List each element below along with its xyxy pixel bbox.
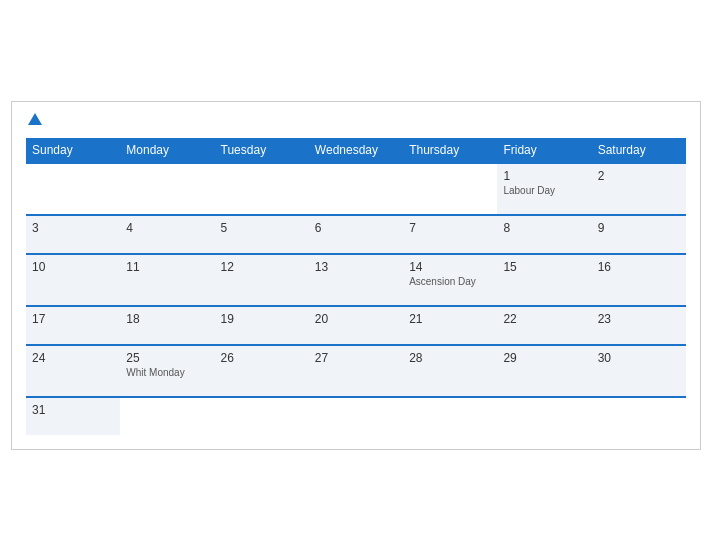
weekday-header: Thursday: [403, 138, 497, 163]
weekday-header: Wednesday: [309, 138, 403, 163]
calendar-cell: 2: [592, 163, 686, 215]
calendar-cell: [120, 163, 214, 215]
cell-day-number: 15: [503, 260, 585, 274]
calendar-cell: 3: [26, 215, 120, 254]
calendar-cell: 11: [120, 254, 214, 306]
calendar-week-row: 31: [26, 397, 686, 435]
cell-day-number: 17: [32, 312, 114, 326]
calendar-cell: 28: [403, 345, 497, 397]
cell-event-label: Labour Day: [503, 185, 585, 196]
calendar-cell: 25Whit Monday: [120, 345, 214, 397]
cell-event-label: Whit Monday: [126, 367, 208, 378]
cell-day-number: 10: [32, 260, 114, 274]
cell-event-label: Ascension Day: [409, 276, 491, 287]
cell-day-number: 9: [598, 221, 680, 235]
cell-day-number: 18: [126, 312, 208, 326]
calendar-cell: 10: [26, 254, 120, 306]
weekday-header: Monday: [120, 138, 214, 163]
calendar-cell: [120, 397, 214, 435]
calendar-cell: 18: [120, 306, 214, 345]
calendar-cell: 7: [403, 215, 497, 254]
logo: [26, 112, 42, 130]
calendar-cell: 16: [592, 254, 686, 306]
cell-day-number: 21: [409, 312, 491, 326]
cell-day-number: 5: [221, 221, 303, 235]
calendar-week-row: 1Labour Day2: [26, 163, 686, 215]
calendar-cell: 21: [403, 306, 497, 345]
cell-day-number: 3: [32, 221, 114, 235]
cell-day-number: 13: [315, 260, 397, 274]
calendar-week-row: 3456789: [26, 215, 686, 254]
calendar-cell: 6: [309, 215, 403, 254]
weekday-header: Tuesday: [215, 138, 309, 163]
cell-day-number: 1: [503, 169, 585, 183]
calendar-cell: 23: [592, 306, 686, 345]
logo-area: [26, 112, 42, 130]
calendar-cell: 20: [309, 306, 403, 345]
logo-triangle-icon: [28, 113, 42, 125]
cell-day-number: 6: [315, 221, 397, 235]
cell-day-number: 16: [598, 260, 680, 274]
calendar-cell: 8: [497, 215, 591, 254]
cell-day-number: 8: [503, 221, 585, 235]
calendar-cell: [403, 163, 497, 215]
calendar-cell: 31: [26, 397, 120, 435]
cell-day-number: 22: [503, 312, 585, 326]
weekday-header: Friday: [497, 138, 591, 163]
weekday-header: Sunday: [26, 138, 120, 163]
calendar-cell: [215, 163, 309, 215]
cell-day-number: 4: [126, 221, 208, 235]
cell-day-number: 30: [598, 351, 680, 365]
calendar-cell: 29: [497, 345, 591, 397]
calendar-cell: 24: [26, 345, 120, 397]
cell-day-number: 23: [598, 312, 680, 326]
cell-day-number: 12: [221, 260, 303, 274]
calendar-cell: 13: [309, 254, 403, 306]
calendar-cell: 14Ascension Day: [403, 254, 497, 306]
cell-day-number: 24: [32, 351, 114, 365]
calendar-grid: SundayMondayTuesdayWednesdayThursdayFrid…: [26, 138, 686, 435]
cell-day-number: 7: [409, 221, 491, 235]
calendar-cell: 30: [592, 345, 686, 397]
cell-day-number: 28: [409, 351, 491, 365]
calendar-cell: [592, 397, 686, 435]
calendar-cell: 15: [497, 254, 591, 306]
calendar-cell: [403, 397, 497, 435]
cell-day-number: 26: [221, 351, 303, 365]
weekday-header-row: SundayMondayTuesdayWednesdayThursdayFrid…: [26, 138, 686, 163]
cell-day-number: 20: [315, 312, 397, 326]
calendar-cell: 17: [26, 306, 120, 345]
calendar-cell: 27: [309, 345, 403, 397]
calendar-wrapper: SundayMondayTuesdayWednesdayThursdayFrid…: [11, 101, 701, 450]
cell-day-number: 29: [503, 351, 585, 365]
calendar-week-row: 17181920212223: [26, 306, 686, 345]
calendar-cell: 5: [215, 215, 309, 254]
calendar-cell: [309, 163, 403, 215]
calendar-cell: [215, 397, 309, 435]
cell-day-number: 14: [409, 260, 491, 274]
calendar-cell: 19: [215, 306, 309, 345]
calendar-cell: 26: [215, 345, 309, 397]
weekday-header: Saturday: [592, 138, 686, 163]
calendar-cell: 9: [592, 215, 686, 254]
calendar-cell: [26, 163, 120, 215]
cell-day-number: 19: [221, 312, 303, 326]
calendar-header: [26, 112, 686, 130]
cell-day-number: 25: [126, 351, 208, 365]
calendar-cell: 4: [120, 215, 214, 254]
calendar-cell: 22: [497, 306, 591, 345]
calendar-cell: 12: [215, 254, 309, 306]
cell-day-number: 2: [598, 169, 680, 183]
cell-day-number: 31: [32, 403, 114, 417]
cell-day-number: 27: [315, 351, 397, 365]
calendar-cell: [497, 397, 591, 435]
calendar-week-row: 1011121314Ascension Day1516: [26, 254, 686, 306]
calendar-cell: [309, 397, 403, 435]
calendar-cell: 1Labour Day: [497, 163, 591, 215]
cell-day-number: 11: [126, 260, 208, 274]
calendar-week-row: 2425Whit Monday2627282930: [26, 345, 686, 397]
